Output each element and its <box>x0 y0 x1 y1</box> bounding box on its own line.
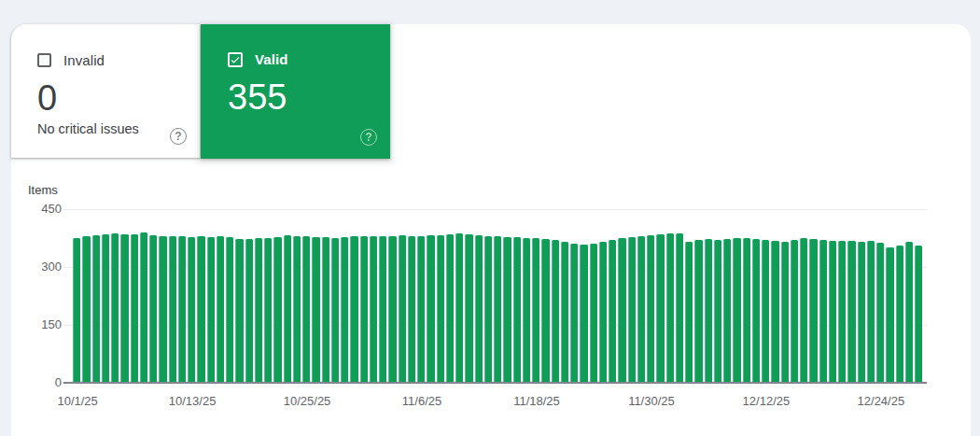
valid-bar[interactable] <box>809 239 817 383</box>
valid-bar[interactable] <box>235 239 243 383</box>
valid-bar[interactable] <box>762 240 769 383</box>
valid-bar[interactable] <box>618 238 625 383</box>
valid-bar[interactable] <box>781 242 789 383</box>
valid-bar[interactable] <box>188 237 195 383</box>
checkbox-checked-icon[interactable] <box>228 52 243 67</box>
y-tick-label: 150 <box>17 317 62 332</box>
valid-bar[interactable] <box>350 236 357 383</box>
valid-bar[interactable] <box>694 240 702 383</box>
valid-bar[interactable] <box>723 239 731 383</box>
valid-bar[interactable] <box>82 236 90 383</box>
valid-bar[interactable] <box>580 245 587 383</box>
valid-bar[interactable] <box>131 234 138 383</box>
valid-bar[interactable] <box>120 234 128 383</box>
valid-bar[interactable] <box>149 235 157 383</box>
valid-bar[interactable] <box>417 236 425 383</box>
valid-bar[interactable] <box>523 238 530 383</box>
valid-bar[interactable] <box>532 238 539 383</box>
valid-bar[interactable] <box>455 233 463 383</box>
valid-count: 355 <box>228 77 390 117</box>
valid-bar[interactable] <box>475 235 483 383</box>
valid-bar[interactable] <box>370 236 377 383</box>
valid-bar[interactable] <box>437 235 444 383</box>
valid-bar[interactable] <box>503 237 511 383</box>
valid-bar[interactable] <box>541 239 549 383</box>
valid-bar[interactable] <box>217 236 224 383</box>
valid-bar[interactable] <box>800 238 807 383</box>
help-icon[interactable]: ? <box>360 129 377 146</box>
valid-bar[interactable] <box>838 241 846 383</box>
invalid-status-card[interactable]: Invalid 0 No critical issues ? <box>11 24 200 158</box>
valid-bar[interactable] <box>388 236 396 383</box>
valid-bar[interactable] <box>111 233 119 383</box>
valid-bar[interactable] <box>513 237 521 383</box>
valid-bar[interactable] <box>322 237 329 383</box>
valid-bar[interactable] <box>408 236 415 383</box>
valid-bar[interactable] <box>656 234 664 383</box>
valid-bar[interactable] <box>465 234 472 383</box>
valid-bar[interactable] <box>255 238 262 383</box>
chart-y-axis-title: Items <box>28 183 58 197</box>
valid-bar[interactable] <box>733 238 740 383</box>
valid-bar[interactable] <box>379 236 386 383</box>
valid-bar[interactable] <box>494 236 501 383</box>
valid-bar[interactable] <box>752 239 760 383</box>
valid-bar[interactable] <box>676 233 683 383</box>
valid-bar[interactable] <box>245 239 253 383</box>
valid-bar[interactable] <box>743 238 750 383</box>
help-icon[interactable]: ? <box>170 128 187 145</box>
valid-bar[interactable] <box>685 242 693 383</box>
valid-bar[interactable] <box>331 238 339 383</box>
valid-bar[interactable] <box>876 243 884 383</box>
valid-bar[interactable] <box>791 240 798 383</box>
valid-bar[interactable] <box>169 236 176 383</box>
valid-bar[interactable] <box>399 235 406 383</box>
valid-bar[interactable] <box>312 237 319 383</box>
valid-bar[interactable] <box>293 236 301 383</box>
x-axis-line <box>63 382 927 384</box>
valid-bar[interactable] <box>819 240 827 383</box>
valid-bar[interactable] <box>829 241 836 383</box>
valid-bar[interactable] <box>771 241 778 383</box>
valid-bar[interactable] <box>92 235 100 383</box>
valid-bar[interactable] <box>284 235 291 383</box>
valid-bar[interactable] <box>666 233 674 383</box>
valid-bar[interactable] <box>178 236 186 383</box>
valid-bar[interactable] <box>484 236 492 383</box>
valid-bar[interactable] <box>561 242 568 383</box>
valid-bar[interactable] <box>360 236 368 383</box>
valid-bar[interactable] <box>886 247 893 383</box>
valid-bar[interactable] <box>140 232 147 383</box>
valid-bar[interactable] <box>599 242 607 383</box>
valid-bar[interactable] <box>264 238 272 383</box>
valid-bar[interactable] <box>896 246 903 383</box>
valid-bar[interactable] <box>570 244 578 383</box>
valid-bar[interactable] <box>446 234 454 383</box>
checkbox-unchecked-icon[interactable] <box>37 53 51 67</box>
valid-bar[interactable] <box>637 236 645 383</box>
valid-bar[interactable] <box>197 236 204 383</box>
valid-bar[interactable] <box>705 239 712 383</box>
valid-bar[interactable] <box>905 242 913 383</box>
valid-bar[interactable] <box>159 236 166 383</box>
valid-bar[interactable] <box>714 240 721 383</box>
valid-bar[interactable] <box>590 244 597 383</box>
valid-bar[interactable] <box>915 246 922 383</box>
valid-bar[interactable] <box>858 242 865 383</box>
valid-status-card[interactable]: Valid 355 ? <box>201 24 390 159</box>
valid-bar[interactable] <box>302 236 310 383</box>
valid-bar[interactable] <box>273 237 281 383</box>
valid-bar[interactable] <box>552 240 559 383</box>
valid-bar[interactable] <box>73 238 80 383</box>
valid-bar[interactable] <box>207 237 215 383</box>
valid-bar[interactable] <box>341 237 348 383</box>
valid-bar[interactable] <box>628 237 636 383</box>
valid-bar[interactable] <box>647 235 654 383</box>
valid-bar[interactable] <box>867 241 875 383</box>
valid-bar[interactable] <box>609 240 616 383</box>
valid-card-header: Valid <box>228 51 390 67</box>
valid-bar[interactable] <box>847 241 855 383</box>
valid-bar[interactable] <box>226 237 233 383</box>
valid-bar[interactable] <box>427 235 434 383</box>
valid-bar[interactable] <box>102 234 109 383</box>
